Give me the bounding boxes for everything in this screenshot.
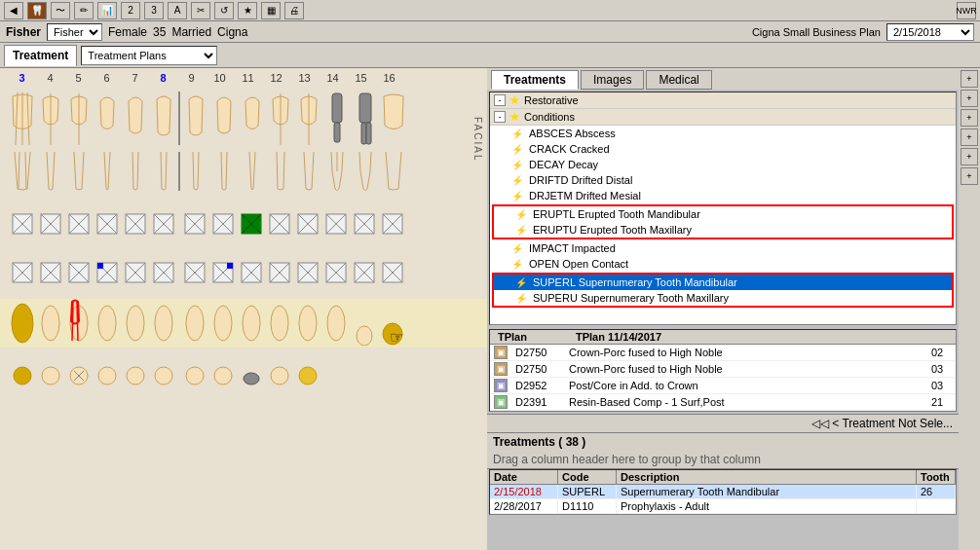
back-icon[interactable]: ◀ [4, 2, 23, 19]
cond-drjetm[interactable]: ⚡ DRJETM Drifted Mesial [490, 188, 956, 203]
refresh-icon[interactable]: ↺ [214, 2, 234, 19]
expand-d6-btn[interactable]: + [961, 109, 978, 127]
cond-superl[interactable]: ⚡ SUPERL Supernumerary Tooth Mandibular [494, 275, 952, 290]
tooth-6[interactable] [93, 94, 121, 143]
lxbox-4[interactable] [36, 248, 64, 297]
treat-row-2[interactable]: 2/28/2017 D1110 Prophylaxis - Adult [490, 499, 956, 514]
xbox-13[interactable] [293, 200, 321, 248]
xbox-5[interactable] [64, 200, 93, 248]
xbox-9[interactable] [180, 200, 208, 248]
xbox-8[interactable] [149, 200, 177, 248]
xbox-14[interactable] [321, 200, 350, 248]
tooth-14[interactable] [322, 94, 351, 143]
xbox-6[interactable] [93, 200, 121, 248]
lower-6[interactable] [93, 299, 121, 348]
tooth-7[interactable] [121, 94, 149, 143]
cond-decay[interactable]: ⚡ DECAY Decay [490, 157, 956, 172]
wave-icon[interactable]: 〜 [51, 2, 70, 19]
tooth-5[interactable] [64, 94, 93, 143]
xbox-7[interactable] [121, 200, 149, 248]
conditions-header[interactable]: - ★ Conditions [490, 109, 956, 126]
lower-14[interactable] [321, 299, 350, 348]
tooth-12[interactable] [266, 94, 294, 143]
expand-d2-btn[interactable]: + [961, 70, 978, 88]
lxbox-14[interactable] [321, 248, 350, 297]
tplan-row-3[interactable]: ▣ D2952 Post/Core in Add. to Crown 03 [490, 378, 956, 394]
xbox-11-green[interactable] [237, 200, 265, 248]
lower-3[interactable] [8, 299, 36, 348]
grid-icon[interactable]: ▦ [261, 2, 281, 19]
xbox-3[interactable] [8, 200, 36, 248]
expand-d2b-btn[interactable]: + [961, 90, 978, 107]
treat-row-1[interactable]: 2/15/2018 SUPERL Supernumerary Tooth Man… [490, 485, 956, 499]
treatment-tab[interactable]: Treatment [4, 45, 77, 66]
2-icon[interactable]: 2 [121, 2, 140, 19]
tab-images[interactable]: Images [581, 70, 644, 90]
cond-superu[interactable]: ⚡ SUPERU Supernumerary Tooth Maxillary [494, 290, 952, 306]
xbox-12[interactable] [265, 200, 293, 248]
lower-9[interactable] [180, 299, 208, 348]
tooth-11[interactable] [238, 94, 266, 143]
letter-icon[interactable]: A [168, 2, 187, 19]
nwr-icon[interactable]: NWR [957, 2, 976, 19]
pen-icon[interactable]: ✏ [74, 2, 94, 19]
lxbox-16[interactable] [378, 248, 406, 297]
expand-flex3-btn[interactable]: + [961, 167, 978, 185]
patient-name-dropdown[interactable]: Fisher [47, 23, 102, 41]
lower-13[interactable] [293, 299, 321, 348]
lxbox-12[interactable] [265, 248, 293, 297]
tooth-4[interactable] [36, 94, 64, 143]
lower-16[interactable] [378, 299, 406, 348]
tplan-row-2[interactable]: ▣ D2750 Crown-Porc fused to High Noble 0… [490, 361, 956, 378]
tooth-16[interactable] [379, 94, 407, 143]
cond-impact[interactable]: ⚡ IMPACT Impacted [490, 240, 956, 256]
lower-10[interactable] [208, 299, 237, 348]
lower-8[interactable] [149, 299, 177, 348]
cond-crack[interactable]: ⚡ CRACK Cracked [490, 141, 956, 157]
tooth-icon[interactable]: 🦷 [27, 2, 47, 19]
lxbox-5[interactable] [64, 248, 93, 297]
lower-5-special[interactable] [64, 299, 93, 348]
lxbox-7[interactable] [121, 248, 149, 297]
chart-icon[interactable]: 📊 [97, 2, 117, 19]
tooth-8[interactable] [149, 94, 177, 143]
conditions-expand[interactable]: - [494, 111, 506, 123]
lower-4[interactable] [36, 299, 64, 348]
xbox-4[interactable] [36, 200, 64, 248]
tab-treatments[interactable]: Treatments [491, 70, 579, 90]
tooth-10[interactable] [209, 94, 238, 143]
xbox-10[interactable] [208, 200, 237, 248]
tab-medical[interactable]: Medical [646, 70, 711, 90]
cond-eruptl[interactable]: ⚡ ERUPTL Erupted Tooth Mandibular [494, 206, 952, 222]
restorative-header[interactable]: - ★ Restorative [490, 92, 956, 109]
tooth-3[interactable] [8, 94, 36, 143]
star-icon[interactable]: ★ [238, 2, 257, 19]
expand-flex1-btn[interactable]: + [961, 128, 978, 146]
lxbox-6[interactable] [93, 248, 121, 297]
tooth-13[interactable] [294, 94, 322, 143]
plan-select[interactable]: Treatment Plans [81, 46, 217, 65]
printer-icon[interactable]: 🖨 [284, 2, 304, 19]
3-icon[interactable]: 3 [144, 2, 164, 19]
scissor-icon[interactable]: ✂ [191, 2, 210, 19]
lxbox-8[interactable] [149, 248, 177, 297]
tooth-9[interactable] [181, 94, 209, 143]
xbox-15[interactable] [350, 200, 378, 248]
lxbox-9[interactable] [180, 248, 208, 297]
expand-flex2-btn[interactable]: + [961, 148, 978, 165]
cond-eruptu[interactable]: ⚡ ERUPTU Erupted Tooth Maxillary [494, 222, 952, 238]
cond-open[interactable]: ⚡ OPEN Open Contact [490, 256, 956, 272]
restorative-expand[interactable]: - [494, 94, 506, 106]
lxbox-11[interactable] [237, 248, 265, 297]
lower-12[interactable] [265, 299, 293, 348]
lower-11[interactable] [237, 299, 265, 348]
cond-driftd[interactable]: ⚡ DRIFTD Drifted Distal [490, 172, 956, 188]
xbox-16[interactable] [378, 200, 406, 248]
lxbox-3[interactable] [8, 248, 36, 297]
tooth-15[interactable] [351, 94, 379, 143]
lxbox-10[interactable] [208, 248, 237, 297]
tplan-row-4[interactable]: ▣ D2391 Resin-Based Comp - 1 Surf,Post 2… [490, 394, 956, 411]
tplan-row-1[interactable]: ▣ D2750 Crown-Porc fused to High Noble 0… [490, 345, 956, 361]
cond-absces[interactable]: ⚡ ABSCES Abscess [490, 126, 956, 141]
date-dropdown[interactable]: 2/15/2018 [886, 23, 974, 41]
